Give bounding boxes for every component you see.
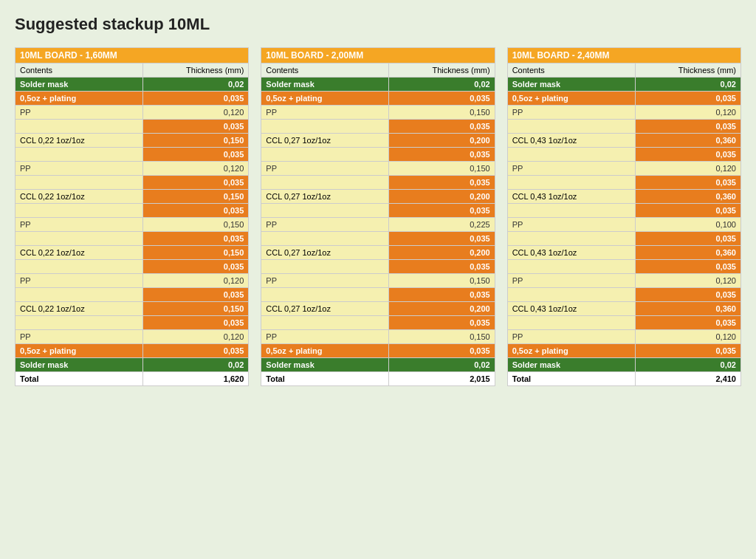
table-row: CCL 0,43 1oz/1oz0,360 — [507, 302, 740, 316]
row-label — [16, 260, 143, 274]
board-table-board-200: 10ML BOARD - 2,00MMContentsThickness (mm… — [261, 47, 495, 386]
row-label — [261, 148, 389, 162]
row-value: 0,035 — [635, 260, 740, 274]
row-label: PP — [507, 274, 635, 288]
row-label: Total — [261, 372, 389, 386]
row-value: 0,035 — [389, 232, 495, 246]
row-value: 0,035 — [389, 344, 495, 358]
row-label — [16, 176, 143, 190]
table-row: CCL 0,43 1oz/1oz0,360 — [507, 190, 740, 204]
row-value: 1,620 — [142, 372, 248, 386]
table-row: PP0,150 — [261, 330, 495, 344]
table-row: 0,5oz + plating0,035 — [507, 92, 740, 106]
row-label — [507, 148, 635, 162]
row-value: 2,015 — [389, 372, 495, 386]
row-label: PP — [261, 330, 389, 344]
row-label: Total — [16, 372, 143, 386]
row-label: PP — [261, 106, 389, 120]
row-value: 0,035 — [389, 176, 495, 190]
row-label: PP — [507, 106, 635, 120]
row-label: Solder mask — [507, 358, 635, 372]
row-label: PP — [16, 162, 143, 176]
row-label: PP — [16, 274, 143, 288]
row-value: 0,360 — [635, 134, 740, 148]
row-value: 0,150 — [142, 302, 248, 316]
table-row: 0,5oz + plating0,035 — [261, 344, 495, 358]
row-label — [16, 148, 143, 162]
row-value: 0,360 — [635, 190, 740, 204]
table-row: Solder mask0,02 — [507, 78, 740, 92]
table-row: PP0,120 — [16, 162, 249, 176]
row-label: 0,5oz + plating — [507, 92, 635, 106]
col-contents-header: Contents — [261, 64, 389, 78]
row-label: PP — [507, 330, 635, 344]
table-row: PP0,120 — [16, 106, 249, 120]
table-row: CCL 0,27 1oz/1oz0,200 — [261, 190, 495, 204]
row-label — [16, 204, 143, 218]
table-row: PP0,120 — [16, 330, 249, 344]
row-label — [507, 288, 635, 302]
row-value: 0,02 — [389, 78, 495, 92]
row-label — [16, 232, 143, 246]
row-label: CCL 0,43 1oz/1oz — [507, 302, 635, 316]
table-row: 0,5oz + plating0,035 — [261, 92, 495, 106]
table-row: 0,035 — [261, 288, 495, 302]
row-label — [16, 288, 143, 302]
row-value: 0,200 — [389, 190, 495, 204]
row-value: 0,035 — [142, 92, 248, 106]
table-row: PP0,150 — [261, 162, 495, 176]
row-value: 0,02 — [635, 358, 740, 372]
board-table-board-240: 10ML BOARD - 2,40MMContentsThickness (mm… — [507, 47, 741, 386]
row-value: 0,035 — [635, 344, 740, 358]
table-row: 0,035 — [261, 232, 495, 246]
row-label: PP — [16, 106, 143, 120]
row-value: 0,035 — [389, 260, 495, 274]
table-row: Solder mask0,02 — [16, 78, 249, 92]
row-value: 0,035 — [142, 316, 248, 330]
row-label — [507, 260, 635, 274]
row-value: 0,035 — [389, 92, 495, 106]
row-label — [261, 260, 389, 274]
row-value: 0,02 — [389, 358, 495, 372]
table-row: PP0,150 — [16, 218, 249, 232]
col-thickness-header: Thickness (mm) — [142, 64, 248, 78]
row-label: CCL 0,43 1oz/1oz — [507, 190, 635, 204]
row-value: 0,120 — [142, 274, 248, 288]
row-value: 0,02 — [142, 358, 248, 372]
table-row: 0,035 — [16, 120, 249, 134]
table-row: PP0,225 — [261, 218, 495, 232]
table-row: CCL 0,22 1oz/1oz0,150 — [16, 302, 249, 316]
table-row: 0,035 — [507, 316, 740, 330]
table-row: 0,035 — [261, 176, 495, 190]
table-row: 0,035 — [261, 260, 495, 274]
col-thickness-header: Thickness (mm) — [389, 64, 495, 78]
row-label — [16, 120, 143, 134]
table-row: Total2,015 — [261, 372, 495, 386]
table-row: Solder mask0,02 — [261, 358, 495, 372]
row-value: 0,035 — [635, 316, 740, 330]
row-value: 0,035 — [389, 120, 495, 134]
row-value: 0,120 — [635, 162, 740, 176]
row-value: 0,150 — [389, 274, 495, 288]
row-value: 0,150 — [142, 246, 248, 260]
table-row: Total2,410 — [507, 372, 740, 386]
row-value: 0,120 — [635, 106, 740, 120]
row-label — [507, 232, 635, 246]
col-thickness-header: Thickness (mm) — [635, 64, 740, 78]
col-header-row: ContentsThickness (mm) — [261, 64, 495, 78]
table-row: 0,035 — [507, 232, 740, 246]
row-label — [261, 288, 389, 302]
row-label: CCL 0,22 1oz/1oz — [16, 246, 143, 260]
table-row: Solder mask0,02 — [507, 358, 740, 372]
row-value: 0,035 — [389, 316, 495, 330]
row-label: CCL 0,27 1oz/1oz — [261, 246, 389, 260]
table-row: 0,035 — [16, 204, 249, 218]
row-label: 0,5oz + plating — [16, 92, 143, 106]
row-value: 0,360 — [635, 246, 740, 260]
row-label: PP — [261, 162, 389, 176]
row-label — [261, 316, 389, 330]
table-row: Solder mask0,02 — [261, 78, 495, 92]
row-value: 0,035 — [635, 288, 740, 302]
row-label: Solder mask — [16, 358, 143, 372]
board-header: 10ML BOARD - 2,40MM — [507, 48, 740, 64]
